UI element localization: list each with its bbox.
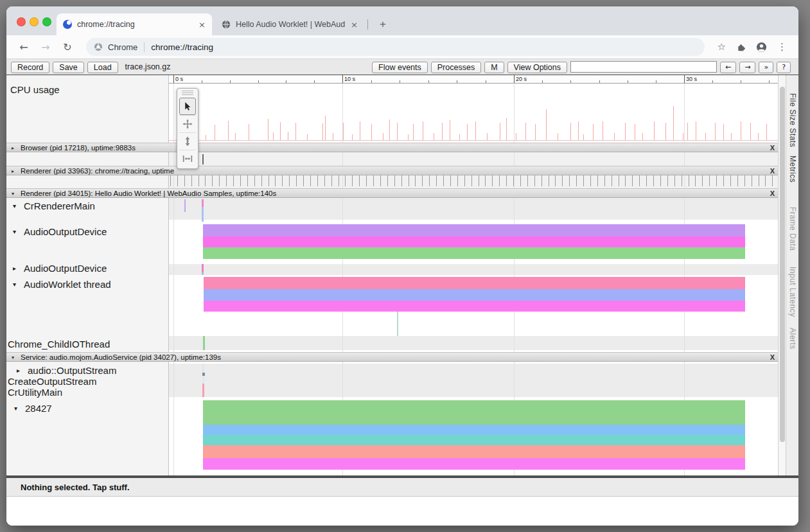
renderer-slice-tick — [429, 175, 430, 186]
sidebar-tab-frame-data[interactable]: Frame Data — [788, 207, 797, 251]
cpu-spike — [731, 133, 732, 140]
cpu-spike — [352, 134, 353, 140]
process-collapse-arrow[interactable]: ▸ — [12, 168, 14, 174]
scrollbar-thumb[interactable] — [780, 87, 785, 442]
renderer-slice-tick — [205, 175, 206, 186]
thread-name: CreateOutputStream — [8, 376, 96, 387]
trace-slice-thread-28427-10[interactable] — [203, 458, 745, 470]
trace-event-tick — [203, 336, 205, 350]
renderer-slice-tick — [660, 175, 661, 186]
timeline-view[interactable]: File Size StatsMetricsFrame DataInput La… — [6, 6, 798, 475]
track-row-band — [169, 152, 778, 166]
process-close-button[interactable]: X — [770, 167, 775, 175]
renderer-slice-tick — [401, 175, 402, 186]
cpu-spike — [546, 109, 547, 140]
sidebar-tab-input-latency[interactable]: Input Latency — [788, 267, 797, 317]
thread-track-label-crutilitymain: CrUtilityMain — [8, 387, 62, 398]
trace-slice-audioworklet-thread-4[interactable] — [204, 289, 745, 301]
trace-slice-audiooutputdevice-2[interactable] — [203, 247, 745, 259]
thread-track-label-audioworklet-thread[interactable]: ▾AudioWorklet thread — [13, 279, 111, 290]
zoom-tool-button[interactable] — [179, 132, 196, 150]
thread-track-label-createoutputstream: CreateOutputStream — [8, 376, 96, 387]
vertical-scrollbar[interactable] — [778, 75, 786, 475]
trace-slice-audiooutputdevice-1[interactable] — [203, 236, 745, 247]
thread-track-label-audiooutputdevice[interactable]: ▾AudioOutputDevice — [13, 226, 107, 237]
trace-event-tick — [202, 364, 204, 373]
cpu-spike — [741, 121, 741, 140]
renderer-slice-tick — [625, 175, 626, 186]
thread-track-label-audio-outputstream[interactable]: ▸audio::OutputStream — [17, 365, 116, 376]
trace-slice-thread-28427-7[interactable] — [203, 425, 745, 435]
trace-slice-thread-28427-6[interactable] — [203, 400, 745, 425]
cpu-usage-label: CPU usage — [10, 84, 60, 95]
cpu-spike — [535, 124, 536, 140]
cpu-spike — [723, 124, 724, 140]
renderer-slice-tick — [653, 175, 654, 186]
tool-palette — [177, 88, 198, 169]
trace-slice-audiooutputdevice-0[interactable] — [203, 224, 745, 236]
renderer-slice-tick — [619, 175, 619, 186]
thread-name: audio::OutputStream — [28, 365, 116, 376]
trace-slice-audioworklet-thread-5[interactable] — [204, 301, 745, 312]
trace-event-tick — [202, 207, 204, 222]
cpu-spike — [603, 121, 603, 140]
cpu-spike — [268, 119, 269, 140]
process-collapse-arrow[interactable]: ▾ — [12, 191, 14, 197]
select-tool-button[interactable] — [179, 98, 196, 115]
renderer-slice-tick — [240, 175, 241, 186]
renderer-slice-tick — [513, 175, 514, 186]
process-header-renderer[interactable]: ▸Renderer (pid 33963): chrome://tracing,… — [6, 166, 778, 175]
process-header-service-audio-mojom-audioservice[interactable]: ▾Service: audio.mojom.AudioService (pid … — [6, 352, 778, 362]
timing-tool-button[interactable] — [179, 150, 196, 167]
trace-slice-audioworklet-thread-3[interactable] — [204, 277, 745, 289]
process-close-button[interactable]: X — [770, 190, 775, 197]
cpu-spike — [360, 121, 360, 140]
thread-track-label-28427[interactable]: ▾28427 — [14, 403, 52, 414]
pan-tool-button[interactable] — [179, 115, 196, 132]
renderer-slice-tick — [366, 175, 367, 186]
thread-track-label-crrenderermain[interactable]: ▾CrRendererMain — [13, 200, 95, 211]
palette-drag-grip[interactable] — [182, 91, 193, 96]
trace-event-tick — [202, 376, 204, 384]
renderer-slice-tick — [457, 175, 458, 186]
process-collapse-arrow[interactable]: ▾ — [12, 355, 14, 360]
sidebar-tab-alerts[interactable]: Alerts — [788, 328, 797, 350]
renderer-slice-tick — [471, 175, 472, 186]
process-header-renderer[interactable]: ▾Renderer (pid 34015): Hello Audio Workl… — [6, 188, 778, 198]
ruler-minor-tick — [712, 80, 713, 83]
thread-name: AudioOutputDevice — [24, 226, 107, 237]
cpu-baseline — [169, 140, 778, 141]
cpu-spike — [228, 121, 229, 140]
vertical-zoom-icon — [182, 136, 193, 146]
trace-slice-thread-28427-9[interactable] — [203, 445, 745, 458]
renderer-slice-tick — [752, 175, 752, 186]
renderer-slice-tick — [352, 175, 353, 186]
ruler-major-tick — [684, 75, 685, 83]
cpu-spike — [389, 120, 390, 140]
ruler-minor-tick — [741, 80, 741, 83]
renderer-slice-tick — [422, 175, 423, 186]
trace-slice-thread-28427-8[interactable] — [203, 435, 745, 445]
trace-event-tick — [202, 154, 204, 164]
trace-event-tick — [184, 199, 186, 212]
renderer-slice-tick — [541, 175, 542, 186]
sidebar-tab-metrics[interactable]: Metrics — [788, 155, 797, 182]
ruler-label: 0 s — [175, 76, 183, 82]
process-close-button[interactable]: X — [770, 144, 775, 152]
renderer-slice-tick — [737, 175, 738, 186]
collapse-arrow-icon: ▾ — [13, 202, 19, 209]
process-collapse-arrow[interactable]: ▸ — [12, 145, 14, 151]
renderer-slice-tick — [464, 175, 465, 186]
renderer-slice-tick — [261, 175, 262, 186]
cpu-spike — [408, 134, 409, 140]
thread-track-label-audiooutputdevice[interactable]: ▸AudioOutputDevice — [13, 263, 107, 274]
process-close-button[interactable]: X — [770, 353, 775, 361]
sidebar-tab-file-size-stats[interactable]: File Size Stats — [788, 93, 797, 147]
renderer-slice-tick — [499, 175, 500, 186]
renderer-slice-tick — [689, 175, 689, 186]
renderer-slice-tick — [303, 175, 304, 186]
collapse-arrow-icon: ▾ — [13, 228, 19, 235]
cpu-spike — [371, 124, 372, 140]
process-header-browser[interactable]: ▸Browser (pid 17218), uptime:9883sX — [6, 143, 778, 152]
renderer-slice-tick — [170, 175, 171, 186]
